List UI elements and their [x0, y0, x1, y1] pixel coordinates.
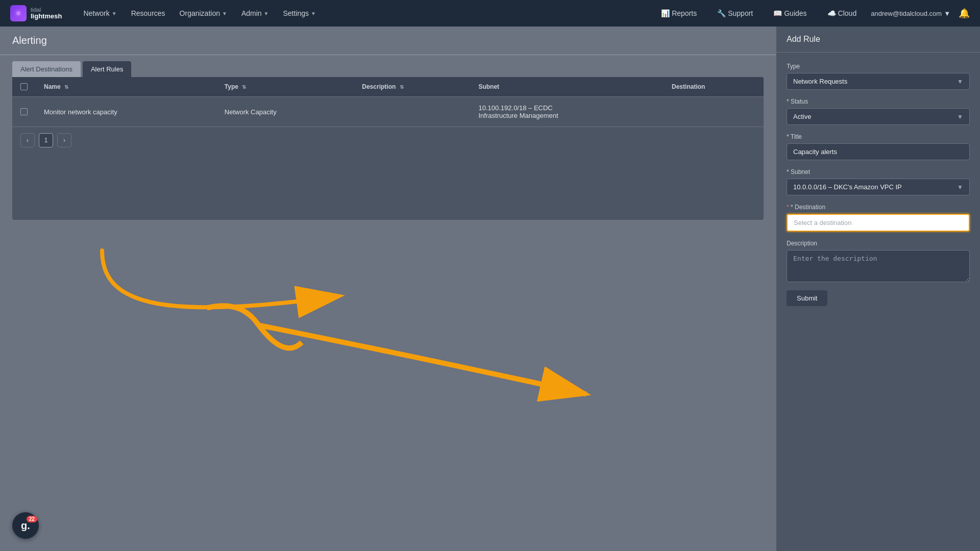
panel-header: Add Rule — [776, 27, 980, 53]
nav-support[interactable]: 🔧 Support — [711, 6, 759, 20]
title-input[interactable] — [793, 148, 963, 156]
top-navigation: tidal lightmesh Network ▼ Resources Orga… — [0, 0, 980, 27]
select-all-header — [12, 77, 36, 97]
required-asterisk: * — [787, 204, 791, 211]
sort-icon: ⇅ — [64, 84, 68, 90]
current-page-button[interactable]: 1 — [39, 133, 53, 147]
title-label: * Title — [787, 133, 970, 140]
type-field-group: Type Network Requests ▼ — [787, 63, 970, 90]
subnet-field-group: * Subnet 10.0.0.0/16 – DKC's Amazon VPC … — [787, 168, 970, 195]
destination-field-group: * * Destination — [787, 204, 970, 232]
type-label: Type — [787, 63, 970, 70]
row-destination — [664, 97, 764, 127]
col-name[interactable]: Name ⇅ — [36, 77, 216, 97]
description-textarea[interactable] — [787, 250, 970, 282]
nav-settings[interactable]: Settings ▼ — [277, 6, 322, 20]
left-content: Alerting Alert Destinations Alert Rules … — [0, 27, 776, 551]
tab-alert-rules[interactable]: Alert Rules — [83, 61, 132, 77]
row-description — [354, 97, 470, 127]
page-header: Alerting — [0, 27, 776, 55]
chevron-down-icon: ▼ — [112, 11, 117, 16]
col-destination: Destination — [664, 77, 764, 97]
chevron-down-icon: ▼ — [957, 184, 963, 191]
svg-point-1 — [16, 11, 20, 15]
chevron-down-icon: ▼ — [957, 113, 963, 120]
row-subnet: 10.100.192.0/18 – ECDC Infrastructure Ma… — [470, 97, 664, 127]
title-input-wrapper — [787, 143, 970, 160]
nav-reports[interactable]: 📊 Reports — [655, 6, 703, 20]
page-title: Alerting — [12, 35, 764, 46]
type-select[interactable]: Network Requests ▼ — [787, 73, 970, 90]
cloud-icon: ☁️ — [827, 9, 836, 17]
destination-input[interactable] — [794, 219, 963, 227]
nav-guides[interactable]: 📖 Guides — [767, 6, 813, 20]
table-row: Monitor network capacity Network Capacit… — [12, 97, 764, 127]
tab-alert-destinations[interactable]: Alert Destinations — [12, 61, 81, 77]
next-page-button[interactable]: › — [57, 133, 71, 147]
sort-icon: ⇅ — [400, 84, 404, 90]
chevron-down-icon: ▼ — [957, 78, 963, 85]
guides-icon: 📖 — [773, 9, 782, 17]
subnet-select[interactable]: 10.0.0.0/16 – DKC's Amazon VPC IP ▼ — [787, 179, 970, 195]
description-label: Description — [787, 240, 970, 247]
select-all-checkbox[interactable] — [20, 83, 28, 90]
tabs-bar: Alert Destinations Alert Rules — [0, 55, 776, 77]
g-badge-count: 22 — [27, 516, 37, 522]
prev-page-button[interactable]: ‹ — [20, 133, 35, 147]
col-subnet: Subnet — [470, 77, 664, 97]
destination-label: * * Destination — [787, 204, 970, 211]
sort-icon: ⇅ — [242, 84, 246, 90]
row-name: Monitor network capacity — [36, 97, 216, 127]
g-badge[interactable]: g. 22 — [12, 512, 39, 539]
main-layout: Alerting Alert Destinations Alert Rules … — [0, 27, 980, 551]
alert-rules-table: Name ⇅ Type ⇅ Description ⇅ Subnet — [12, 77, 764, 127]
table-header-row: Name ⇅ Type ⇅ Description ⇅ Subnet — [12, 77, 764, 97]
chevron-down-icon: ▼ — [264, 11, 269, 16]
nav-right: 📊 Reports 🔧 Support 📖 Guides ☁️ Cloud an… — [655, 6, 970, 20]
support-icon: 🔧 — [717, 9, 726, 17]
nav-items: Network ▼ Resources Organization ▼ Admin… — [77, 6, 655, 20]
yellow-arrow — [51, 230, 408, 342]
submit-button[interactable]: Submit — [787, 290, 827, 306]
pagination: ‹ 1 › — [12, 127, 764, 154]
row-checkbox-cell — [12, 97, 36, 127]
logo-icon — [10, 5, 27, 21]
logo-text: tidal lightmesh — [31, 7, 62, 20]
submit-area: Submit — [787, 290, 970, 306]
nav-admin[interactable]: Admin ▼ — [235, 6, 275, 20]
col-type[interactable]: Type ⇅ — [216, 77, 354, 97]
status-label: * Status — [787, 98, 970, 105]
row-type: Network Capacity — [216, 97, 354, 127]
alert-rules-table-container: Name ⇅ Type ⇅ Description ⇅ Subnet — [12, 77, 764, 220]
status-field-group: * Status Active ▼ — [787, 98, 970, 125]
col-description[interactable]: Description ⇅ — [354, 77, 470, 97]
subnet-label: * Subnet — [787, 168, 970, 176]
user-menu[interactable]: andrew@tidalcloud.com ▼ — [871, 10, 950, 17]
chevron-down-icon: ▼ — [944, 10, 950, 17]
row-checkbox[interactable] — [20, 108, 28, 115]
right-panel: Add Rule Type Network Requests ▼ * Statu… — [776, 27, 980, 551]
panel-title: Add Rule — [787, 35, 970, 44]
nav-organization[interactable]: Organization ▼ — [174, 6, 233, 20]
chevron-down-icon: ▼ — [222, 11, 227, 16]
nav-resources[interactable]: Resources — [125, 6, 172, 20]
nav-network[interactable]: Network ▼ — [77, 6, 122, 20]
chart-icon: 📊 — [661, 9, 670, 17]
status-select[interactable]: Active ▼ — [787, 108, 970, 125]
notifications-bell[interactable]: 🔔 — [959, 8, 970, 19]
description-field-group: Description — [787, 240, 970, 282]
destination-input-wrapper — [787, 214, 970, 232]
chevron-down-icon: ▼ — [311, 11, 316, 16]
logo[interactable]: tidal lightmesh — [10, 5, 62, 21]
g-badge-letter: g. 22 — [21, 520, 30, 532]
panel-body: Type Network Requests ▼ * Status Active … — [776, 53, 980, 316]
annotation-area — [0, 220, 776, 551]
nav-cloud[interactable]: ☁️ Cloud — [821, 6, 863, 20]
title-field-group: * Title — [787, 133, 970, 160]
